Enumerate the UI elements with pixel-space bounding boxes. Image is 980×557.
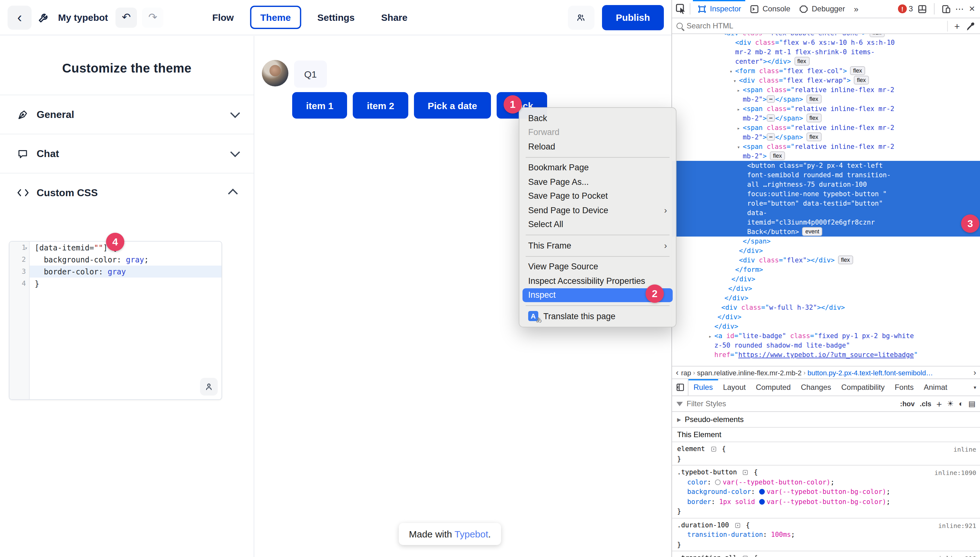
- event-badge[interactable]: event: [802, 227, 822, 236]
- twisty-closed-icon[interactable]: ▸: [737, 105, 740, 114]
- html-tree-line-selected[interactable]: role="button" data-testid="button": [672, 199, 980, 208]
- split-console-icon[interactable]: [917, 4, 927, 13]
- html-tree-line[interactable]: </div>: [672, 274, 980, 284]
- menu-item-select-all[interactable]: Select All: [522, 217, 673, 231]
- twisty-open-icon[interactable]: ▾: [733, 77, 736, 86]
- html-tree-line[interactable]: mr-2 mb-2 mt-1 flex-shrink-0 items-: [672, 47, 980, 57]
- flex-badge[interactable]: flex: [854, 76, 869, 85]
- sidebar-section-chat[interactable]: Chat: [0, 134, 254, 173]
- flex-badge[interactable]: flex: [869, 34, 884, 37]
- panel-tab-computed[interactable]: Computed: [751, 379, 796, 396]
- variables-button[interactable]: [200, 378, 218, 396]
- html-tree-line[interactable]: ▸<a id="lite-badge" class="fixed py-1 px…: [672, 331, 980, 340]
- flex-badge[interactable]: flex: [850, 66, 865, 75]
- twisty-closed-icon[interactable]: ▸: [737, 124, 740, 133]
- sidebar-section-general[interactable]: General: [0, 94, 254, 134]
- html-tree-line-selected[interactable]: itemid="cl3iunm4p000f2e6gfr8cznr: [672, 218, 980, 227]
- flex-badge[interactable]: flex: [794, 57, 809, 65]
- editor-line-2[interactable]: 2 background-color: gray;: [10, 254, 222, 265]
- redo-button[interactable]: ↷: [142, 7, 163, 28]
- flex-badge[interactable]: flex: [806, 114, 821, 122]
- html-tree-line[interactable]: </form>: [672, 265, 980, 274]
- twisty-open-icon[interactable]: ▾: [737, 143, 740, 152]
- meatball-menu-icon[interactable]: ⋯: [955, 4, 965, 14]
- highlight-target-icon[interactable]: [743, 470, 748, 475]
- breadcrumb-scroll-right-icon[interactable]: ›: [971, 368, 979, 377]
- html-tree-line[interactable]: </div>: [672, 312, 980, 322]
- css-declaration[interactable]: background-color: var(--typebot-button-b…: [677, 487, 975, 497]
- rule-location[interactable]: inline:916: [938, 554, 976, 557]
- html-tree-line[interactable]: mb-2">⋯</span>flex: [672, 114, 980, 123]
- html-tree-line[interactable]: center"></div>flex: [672, 57, 980, 66]
- flex-badge[interactable]: flex: [806, 94, 821, 103]
- add-rule-icon[interactable]: +: [936, 398, 942, 409]
- html-tree-line[interactable]: <div class="flex bubble enter done">flex: [672, 34, 980, 38]
- choice-button-pick-a-date[interactable]: Pick a date: [414, 92, 491, 119]
- html-tree-line[interactable]: <div class="flex w-6 xs:w-10 h-6 xs:h-10: [672, 38, 980, 47]
- tab-theme[interactable]: Theme: [250, 6, 301, 29]
- color-swatch[interactable]: [759, 498, 765, 504]
- responsive-design-icon[interactable]: [941, 4, 951, 13]
- choice-button-item-1[interactable]: item 1: [292, 92, 347, 119]
- collapse-sidebar-icon[interactable]: [672, 379, 688, 396]
- devtools-tab-console[interactable]: Console: [745, 0, 795, 18]
- html-tree-line-selected[interactable]: Back</button>event: [672, 227, 980, 236]
- collapsed-content-icon[interactable]: ⋯: [767, 95, 775, 103]
- breadcrumb-item[interactable]: rap: [681, 369, 691, 376]
- error-badge-icon[interactable]: !: [898, 5, 907, 13]
- more-tools-chevron[interactable]: »: [850, 0, 863, 18]
- html-tree-line-selected[interactable]: font-semibold rounded-md transition-: [672, 170, 980, 180]
- css-declaration[interactable]: border: 1px solid var(--typebot-button-b…: [677, 497, 975, 507]
- custom-css-editor[interactable]: 1▾[data-itemid=""] {2 background-color: …: [9, 241, 222, 400]
- pseudo-elements-row[interactable]: ▶ Pseudo-elements: [672, 412, 980, 428]
- menu-item-save-page-to-pocket[interactable]: Save Page to Pocket: [522, 189, 673, 203]
- editor-line-4[interactable]: 4}: [10, 278, 222, 290]
- html-tree-line[interactable]: mb-2">⋯</span>flex: [672, 132, 980, 142]
- typebot-link[interactable]: Typebot: [455, 529, 488, 539]
- html-tree-line[interactable]: z-50 rounded shadow-md lite-badge": [672, 340, 980, 350]
- close-devtools-icon[interactable]: ×: [969, 3, 975, 15]
- html-tree-line-selected[interactable]: all …rightness-75 duration-100: [672, 180, 980, 189]
- panel-tab-compatibility[interactable]: Compatibility: [836, 379, 889, 396]
- breadcrumb-scroll-left-icon[interactable]: ‹: [673, 368, 681, 377]
- css-rule-element[interactable]: inlineelement {}: [672, 442, 980, 466]
- publish-button[interactable]: Publish: [602, 5, 664, 30]
- menu-item-save-page-as[interactable]: Save Page As...: [522, 175, 673, 189]
- css-rule-typebot-button[interactable]: inline:1090.typebot-button {color: var(-…: [672, 466, 980, 518]
- toggle-hover-button[interactable]: :hov: [900, 400, 915, 407]
- color-swatch[interactable]: [715, 479, 721, 485]
- panel-tab-rules[interactable]: Rules: [688, 379, 718, 396]
- filter-styles-input[interactable]: [686, 399, 896, 408]
- fold-icon[interactable]: ▾: [24, 245, 28, 251]
- html-tree-line[interactable]: </div>: [672, 293, 980, 303]
- html-tree-line[interactable]: <div class="w-full h-32"></div>: [672, 303, 980, 312]
- html-tree-line[interactable]: </div>: [672, 284, 980, 293]
- html-tree-line[interactable]: ▸<span class="relative inline-flex mr-2: [672, 85, 980, 94]
- html-tree-line[interactable]: mb-2">⋯</span>flex: [672, 94, 980, 104]
- html-tree-line[interactable]: ▸<span class="relative inline-flex mr-2: [672, 123, 980, 132]
- html-tree-line[interactable]: ▾<form class="flex flex-col">flex: [672, 66, 980, 76]
- breadcrumb-item[interactable]: span.relative.inline-flex.mr-2.mb-2: [697, 369, 801, 376]
- toggle-classes-button[interactable]: .cls: [920, 400, 931, 407]
- flex-badge[interactable]: flex: [770, 151, 785, 160]
- print-media-icon[interactable]: ▤: [968, 399, 975, 408]
- collapsed-content-icon[interactable]: ⋯: [767, 114, 775, 122]
- html-tree-line[interactable]: </div>: [672, 246, 980, 256]
- highlight-target-icon[interactable]: [711, 446, 716, 452]
- devtools-tab-debugger[interactable]: Debugger: [795, 0, 850, 18]
- css-declaration[interactable]: color: var(--typebot-button-color);: [677, 477, 975, 487]
- html-tree-line[interactable]: </span>: [672, 236, 980, 246]
- choice-button-item-2[interactable]: item 2: [353, 92, 408, 119]
- menu-item-this-frame[interactable]: This Frame›: [522, 238, 673, 252]
- flex-badge[interactable]: flex: [806, 132, 821, 141]
- html-tree-line[interactable]: </div>: [672, 322, 980, 331]
- color-scheme-icon[interactable]: ◐: [959, 399, 964, 408]
- html-tree-line-selected[interactable]: <button class="py-2 px-4 text-left: [672, 161, 980, 170]
- undo-button[interactable]: ↶: [116, 7, 137, 28]
- menu-item-send-page-to-device[interactable]: Send Page to Device›: [522, 203, 673, 217]
- devtools-tab-inspector[interactable]: Inspector: [693, 0, 745, 18]
- rule-location[interactable]: inline:921: [938, 521, 976, 531]
- typebot-title[interactable]: My typebot: [58, 12, 108, 23]
- html-tree-line[interactable]: ▾<span class="relative inline-flex mr-2: [672, 142, 980, 151]
- light-theme-icon[interactable]: ☀: [947, 399, 954, 408]
